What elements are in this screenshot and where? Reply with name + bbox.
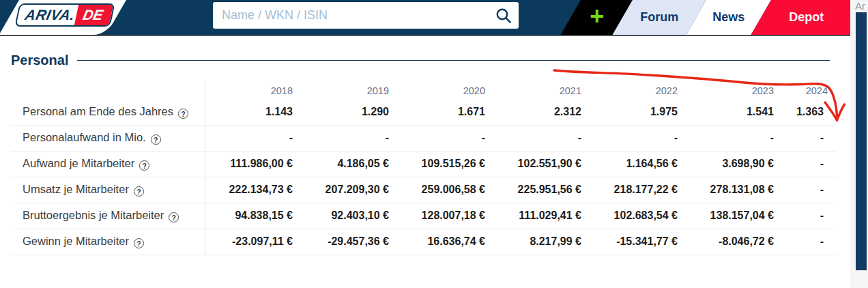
table-row: Bruttoergebnis je Mitarbeiter?94.838,15 … [11,203,836,229]
search-bar [213,2,519,29]
section-header: Personal [11,53,830,68]
value-cell: 1.164,56 € [590,151,686,177]
page: ARIVA. DE + Forum News Depot Ar [0,0,868,288]
plus-icon: + [590,4,605,29]
value-cell: 1.143 [205,99,301,125]
value-cell: 92.403,10 € [301,203,397,229]
help-icon[interactable]: ? [178,109,188,119]
logo-text-ariva: ARIVA. [16,5,78,25]
ariva-logo[interactable]: ARIVA. DE [14,3,115,27]
value-cell: 225.951,56 € [493,177,590,203]
page-title: Personal [11,53,68,68]
value-cell: 207.209,30 € [301,177,397,203]
year-column-header: 2018 [205,80,301,99]
value-cell: 1.290 [301,99,397,125]
row-label: Umsatz je Mitarbeiter? [11,177,205,203]
value-cell: - [782,125,836,151]
row-label: Aufwand je Mitarbeiter? [11,151,205,177]
search-input[interactable] [213,8,489,23]
value-cell: 109.515,26 € [397,151,493,177]
adjacent-window-clipped-text: Ar [855,0,865,12]
value-cell: - [397,125,493,151]
row-label-text: Gewinn je Mitarbeiter [23,235,129,247]
title-rule [77,60,830,61]
help-icon[interactable]: ? [169,212,179,222]
table-row: Personalaufwand in Mio.?------- [11,125,836,151]
value-cell: 1.541 [686,99,782,125]
value-cell: 138.157,04 € [686,203,782,229]
value-cell: 1.363 [782,99,836,125]
search-icon [495,7,512,25]
row-label-text: Personal am Ende des Jahres [23,105,173,117]
value-cell: - [782,177,836,203]
search-button[interactable] [489,2,519,29]
nav-news-label: News [712,10,744,25]
value-cell: 259.006,58 € [397,177,493,203]
year-header-row: 2018201920202021202220232024 [11,80,836,99]
table-row: Personal am Ende des Jahres?1.1431.2901.… [11,99,836,125]
value-cell: - [782,151,836,177]
value-cell: - [782,203,836,229]
logo-text-de: DE [74,5,113,25]
value-cell: 102.551,90 € [493,151,590,177]
adjacent-window-strip: Ar [850,0,868,288]
table-row: Umsatz je Mitarbeiter?222.134,73 €207.20… [11,177,836,203]
row-label: Personalaufwand in Mio.? [11,125,205,151]
value-cell: 1.975 [590,99,686,125]
top-navbar: ARIVA. DE + Forum News Depot [0,0,850,36]
personnel-table: 2018201920202021202220232024 Personal am… [11,80,836,255]
value-cell: 94.838,15 € [205,203,301,229]
value-cell: 2.312 [493,99,590,125]
row-label-text: Bruttoergebnis je Mitarbeiter [23,209,164,221]
value-cell: 278.131,08 € [686,177,782,203]
help-icon[interactable]: ? [134,186,144,197]
row-label-text: Aufwand je Mitarbeiter [23,157,134,169]
row-label: Gewinn je Mitarbeiter? [11,229,205,255]
nav-depot-label: Depot [789,10,824,25]
row-label-text: Personalaufwand in Mio. [23,131,146,143]
value-cell: -29.457,36 € [301,229,397,255]
value-cell: - [301,125,397,151]
year-column-header: 2022 [590,80,686,99]
value-cell: 8.217,99 € [493,229,590,255]
value-cell: - [205,125,301,151]
nav-forum-label: Forum [640,10,678,25]
value-cell: 16.636,74 € [397,229,493,255]
value-cell: - [782,229,836,255]
help-icon[interactable]: ? [139,160,149,171]
value-cell: 222.134,73 € [205,177,301,203]
value-cell: 4.186,05 € [301,151,397,177]
value-cell: 111.986,00 € [205,151,301,177]
table-row: Gewinn je Mitarbeiter?-23.097,11 €-29.45… [11,229,836,255]
help-icon[interactable]: ? [151,134,161,145]
row-label-text: Umsatz je Mitarbeiter [23,183,129,195]
value-cell: 102.683,54 € [590,203,686,229]
year-column-header: 2020 [397,80,493,99]
value-cell: 218.177,22 € [590,177,686,203]
value-cell: 3.698,90 € [686,151,782,177]
value-cell: 111.029,41 € [493,203,590,229]
value-cell: - [686,125,782,151]
row-label: Personal am Ende des Jahres? [11,99,205,125]
help-icon[interactable]: ? [134,238,144,248]
year-column-header: 2024 [782,80,836,99]
header-divider [0,35,850,36]
table-row: Aufwand je Mitarbeiter?111.986,00 €4.186… [11,151,836,177]
value-cell: 128.007,18 € [397,203,493,229]
value-cell: -8.046,72 € [686,229,782,255]
year-column-header: 2019 [301,80,397,99]
value-cell: -15.341,77 € [590,229,686,255]
year-column-header: 2023 [686,80,782,99]
value-cell: - [590,125,686,151]
value-cell: -23.097,11 € [205,229,301,255]
value-cell: - [493,125,590,151]
adjacent-window-edge-bar [856,12,867,270]
row-label: Bruttoergebnis je Mitarbeiter? [11,203,205,229]
year-column-header: 2021 [493,80,590,99]
main-content: Personal 2018201920202021202220232024 Pe… [0,36,850,255]
value-cell: 1.671 [397,99,493,125]
